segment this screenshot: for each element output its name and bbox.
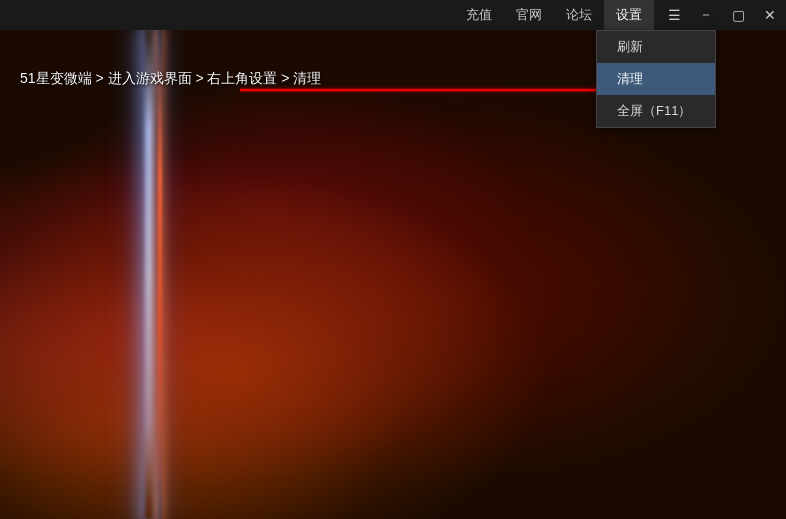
- nav-forum[interactable]: 论坛: [554, 0, 604, 30]
- dropdown-fullscreen[interactable]: 全屏（F11）: [597, 95, 715, 127]
- settings-dropdown: 刷新 清理 全屏（F11）: [596, 30, 716, 128]
- minimize-button[interactable]: －: [690, 0, 722, 30]
- lightning-beam-red: [158, 30, 162, 519]
- title-bar: 充值 官网 论坛 设置 ☰ － ▢ ✕: [0, 0, 786, 30]
- dropdown-clear[interactable]: 清理: [597, 63, 715, 95]
- restore-button[interactable]: ▢: [722, 0, 754, 30]
- nav-settings[interactable]: 设置: [604, 0, 654, 30]
- close-button[interactable]: ✕: [754, 0, 786, 30]
- window-controls: ☰ － ▢ ✕: [658, 0, 786, 30]
- dropdown-refresh[interactable]: 刷新: [597, 31, 715, 63]
- nav-bar: 充值 官网 论坛 设置: [454, 0, 654, 30]
- nav-official[interactable]: 官网: [504, 0, 554, 30]
- lightning-beam-blue: [145, 30, 153, 519]
- nav-recharge[interactable]: 充值: [454, 0, 504, 30]
- menu-button[interactable]: ☰: [658, 0, 690, 30]
